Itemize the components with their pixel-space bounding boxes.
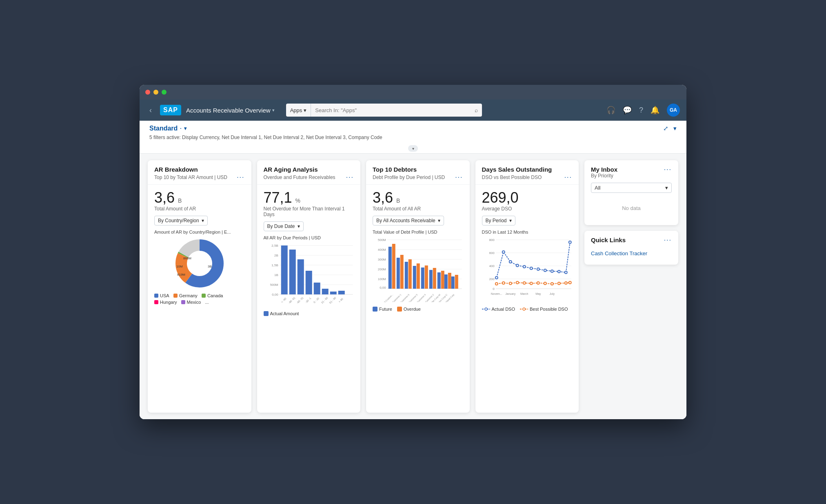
ar-aging-title: AR Aging Analysis bbox=[264, 166, 354, 173]
legend-canada: Canada bbox=[202, 293, 223, 298]
dso-legend: Actual DSO Best Possible DSO bbox=[482, 307, 573, 312]
help-icon[interactable]: ? bbox=[639, 106, 643, 115]
inbox-title: My Inbox bbox=[591, 166, 617, 173]
svg-rect-56 bbox=[417, 263, 420, 289]
inbox-card: My Inbox By Priority ··· All ▾ No data bbox=[584, 160, 678, 225]
top-debtors-legend: Future Overdue bbox=[373, 307, 463, 312]
svg-text:200: 200 bbox=[489, 277, 495, 281]
ar-breakdown-legend: USA Germany Canada bbox=[154, 293, 245, 305]
svg-rect-58 bbox=[425, 265, 428, 289]
inbox-menu[interactable]: ··· bbox=[664, 166, 672, 173]
svg-rect-55 bbox=[413, 266, 416, 289]
top-debtors-dropdown[interactable]: By All Accounts Receivable ▾ bbox=[373, 216, 444, 225]
svg-text:600: 600 bbox=[489, 251, 495, 255]
svg-text:March: March bbox=[520, 292, 528, 295]
inbox-filter-dropdown[interactable]: All ▾ bbox=[591, 183, 672, 193]
main-content: AR Breakdown Top 10 by Total AR Amount |… bbox=[140, 154, 686, 419]
svg-text:-60 -31: -60 -31 bbox=[296, 296, 304, 304]
search-area: Apps ▾ ⌕ bbox=[286, 104, 482, 117]
variant-chevron-icon[interactable]: ▾ bbox=[184, 126, 187, 131]
variant-name: Standard · ▾ bbox=[149, 125, 187, 132]
legend-mexico: Mexico bbox=[181, 300, 201, 305]
dso-card: Days Sales Outstanding DSO vs Best Possi… bbox=[475, 160, 579, 413]
svg-rect-54 bbox=[409, 259, 412, 289]
chat-icon[interactable]: 💬 bbox=[623, 106, 632, 115]
inbox-subtitle: By Priority bbox=[591, 173, 617, 179]
top-debtors-menu[interactable]: ··· bbox=[455, 174, 463, 181]
top-debtors-dropdown-chevron: ▾ bbox=[438, 218, 440, 223]
inbox-no-data: No data bbox=[591, 197, 672, 219]
svg-text:500M: 500M bbox=[270, 283, 278, 287]
notification-icon[interactable]: 🔔 bbox=[651, 106, 659, 115]
options-chevron-icon[interactable]: ▾ bbox=[673, 125, 677, 132]
dso-dropdown-chevron: ▾ bbox=[509, 218, 512, 223]
svg-text:300M: 300M bbox=[378, 258, 386, 261]
svg-rect-60 bbox=[433, 268, 436, 289]
search-input[interactable] bbox=[311, 107, 470, 113]
ar-breakdown-title: AR Breakdown bbox=[154, 166, 245, 173]
share-icon[interactable]: ⤢ bbox=[663, 125, 668, 132]
svg-point-94 bbox=[551, 270, 553, 272]
maximize-button[interactable] bbox=[162, 90, 167, 95]
svg-point-97 bbox=[568, 241, 571, 243]
search-icon[interactable]: ⌕ bbox=[471, 107, 482, 113]
svg-text:0,00: 0,00 bbox=[380, 286, 386, 290]
title-chevron-icon[interactable]: ▾ bbox=[272, 108, 275, 113]
svg-text:2,5B: 2,5B bbox=[271, 244, 278, 248]
legend-more: ... bbox=[205, 300, 209, 305]
ar-breakdown-card: AR Breakdown Top 10 by Total AR Amount |… bbox=[148, 160, 251, 413]
svg-point-107 bbox=[557, 282, 560, 285]
svg-rect-51 bbox=[397, 258, 400, 289]
top-debtors-value: 3,6 bbox=[373, 190, 393, 206]
ar-breakdown-unit: B bbox=[178, 197, 182, 204]
headset-icon[interactable]: 🎧 bbox=[606, 106, 615, 115]
ar-breakdown-chart-label: Amount of AR by Country/Region | E... bbox=[154, 230, 245, 234]
ar-aging-menu[interactable]: ··· bbox=[346, 174, 354, 181]
svg-text:61 - 90: 61 - 90 bbox=[329, 296, 337, 304]
svg-text:866M: 866M bbox=[183, 256, 191, 260]
ar-breakdown-dropdown[interactable]: By Country/Region ▾ bbox=[154, 216, 208, 225]
svg-point-87 bbox=[502, 251, 504, 253]
svg-point-102 bbox=[523, 282, 525, 284]
dso-dropdown[interactable]: By Period ▾ bbox=[482, 216, 515, 225]
search-scope-button[interactable]: Apps ▾ bbox=[286, 104, 311, 117]
svg-rect-61 bbox=[437, 272, 441, 289]
ar-breakdown-value: 3,6 bbox=[154, 190, 175, 206]
dso-subtitle: DSO vs Best Possible DSO bbox=[482, 175, 542, 180]
svg-text:July: July bbox=[549, 292, 555, 296]
svg-rect-59 bbox=[429, 270, 433, 289]
legend-best-dso: Best Possible DSO bbox=[520, 307, 568, 312]
subheader-actions: ⤢ ▾ bbox=[663, 125, 677, 132]
ar-aging-unit: % bbox=[295, 197, 300, 204]
svg-text:-90 -61: -90 -61 bbox=[288, 296, 296, 304]
app-title: Accounts Receivable Overview ▾ bbox=[186, 107, 275, 114]
svg-point-90 bbox=[523, 265, 525, 268]
svg-point-100 bbox=[509, 282, 511, 285]
inbox-dropdown-chevron: ▾ bbox=[665, 185, 668, 191]
ar-breakdown-menu[interactable]: ··· bbox=[237, 174, 244, 181]
quick-link-cash-collection[interactable]: Cash Collection Tracker bbox=[591, 248, 672, 259]
dso-menu[interactable]: ··· bbox=[564, 174, 572, 181]
ar-aging-dropdown[interactable]: By Due Date ▾ bbox=[264, 221, 304, 231]
dso-chart: 800 600 400 200 0 bbox=[482, 237, 573, 408]
svg-point-118 bbox=[523, 308, 525, 310]
dso-label: Average DSO bbox=[482, 206, 573, 212]
svg-text:500M: 500M bbox=[378, 238, 386, 242]
ar-aging-value: 77,1 bbox=[264, 190, 292, 206]
svg-text:3B: 3B bbox=[208, 265, 212, 268]
quick-links-card: Quick Links ··· Cash Collection Tracker bbox=[584, 231, 678, 265]
user-avatar[interactable]: GA bbox=[667, 104, 680, 117]
svg-rect-26 bbox=[322, 289, 328, 294]
close-button[interactable] bbox=[145, 90, 150, 95]
minimize-button[interactable] bbox=[153, 90, 158, 95]
svg-point-86 bbox=[495, 276, 497, 279]
ar-aging-label: Net Overdue for More Than Interval 1 Day… bbox=[264, 206, 354, 217]
svg-rect-23 bbox=[297, 259, 304, 294]
back-button[interactable]: ‹ bbox=[146, 104, 155, 116]
svg-text:-30 -1: -30 -1 bbox=[304, 296, 311, 303]
cards-area: AR Breakdown Top 10 by Total AR Amount |… bbox=[148, 160, 579, 413]
ar-aging-card: AR Aging Analysis Overdue and Future Rec… bbox=[257, 160, 361, 413]
collapse-button[interactable]: ▾ bbox=[149, 144, 677, 153]
quick-links-menu[interactable]: ··· bbox=[664, 237, 672, 244]
legend-usa: USA bbox=[154, 293, 169, 298]
